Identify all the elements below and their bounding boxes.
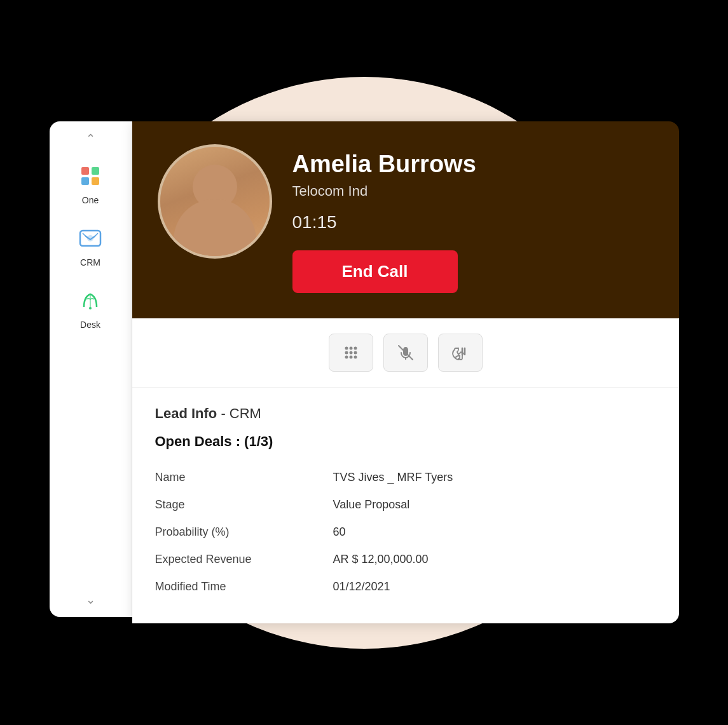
sidebar-item-one[interactable]: One (75, 161, 106, 205)
sidebar-chevron-down[interactable]: ⌄ (86, 593, 95, 607)
svg-point-15 (354, 355, 357, 358)
svg-point-9 (354, 346, 357, 349)
lead-info-table: NameTVS Jives _ MRF TyersStageValue Prop… (155, 464, 656, 600)
svg-point-5 (87, 235, 93, 241)
caller-company: Telocom Ind (292, 183, 476, 200)
sidebar-label-desk: Desk (80, 320, 100, 330)
svg-rect-3 (92, 177, 99, 185)
field-label: Expected Revenue (155, 546, 333, 573)
svg-point-11 (349, 351, 352, 354)
field-value: TVS Jives _ MRF Tyers (333, 464, 656, 491)
table-row: StageValue Proposal (155, 491, 656, 518)
call-header: Amelia Burrows Telocom Ind 01:15 End Cal… (132, 121, 679, 318)
svg-point-13 (345, 355, 348, 358)
field-value: 60 (333, 518, 656, 546)
table-row: NameTVS Jives _ MRF Tyers (155, 464, 656, 491)
caller-name: Amelia Burrows (292, 151, 476, 178)
main-panel: Amelia Burrows Telocom Ind 01:15 End Cal… (132, 121, 679, 623)
field-value: Value Proposal (333, 491, 656, 518)
svg-rect-0 (81, 167, 89, 175)
lead-info-title-bold: Lead Info (155, 405, 217, 421)
svg-point-8 (349, 346, 352, 349)
field-value: AR $ 12,00,000.00 (333, 546, 656, 573)
mute-button[interactable] (383, 334, 428, 372)
sidebar-chevron-up[interactable]: ⌃ (86, 132, 95, 146)
lead-info-section: Lead Info - CRM Open Deals : (1/3) NameT… (132, 388, 679, 623)
lead-info-title: Lead Info - CRM (155, 405, 656, 422)
sidebar: ⌃ One CRM (50, 121, 132, 617)
call-info: Amelia Burrows Telocom Ind 01:15 End Cal… (292, 144, 476, 293)
field-label: Name (155, 464, 333, 491)
field-label: Stage (155, 491, 333, 518)
svg-point-6 (89, 307, 92, 309)
sidebar-item-crm[interactable]: CRM (75, 223, 106, 268)
call-duration: 01:15 (292, 212, 476, 233)
sidebar-label-crm: CRM (80, 257, 100, 268)
crm-icon (75, 223, 106, 254)
avatar (158, 144, 272, 259)
svg-point-12 (354, 351, 357, 354)
hold-button[interactable] (438, 334, 483, 372)
sidebar-item-desk[interactable]: Desk (75, 285, 106, 330)
table-row: Expected RevenueAR $ 12,00,000.00 (155, 546, 656, 573)
field-label: Modified Time (155, 573, 333, 600)
svg-rect-2 (81, 177, 89, 185)
svg-rect-1 (92, 167, 99, 175)
app-layout: ⌃ One CRM (50, 121, 679, 623)
svg-point-7 (345, 346, 348, 349)
call-controls (132, 318, 679, 388)
svg-point-14 (349, 355, 352, 358)
svg-point-10 (345, 351, 348, 354)
sidebar-label-one: One (82, 195, 99, 205)
field-value: 01/12/2021 (333, 573, 656, 600)
table-row: Probability (%)60 (155, 518, 656, 546)
keypad-button[interactable] (329, 334, 373, 372)
table-row: Modified Time01/12/2021 (155, 573, 656, 600)
open-deals-label: Open Deals : (1/3) (155, 433, 656, 450)
end-call-button[interactable]: End Call (292, 250, 458, 293)
field-label: Probability (%) (155, 518, 333, 546)
cube-icon (75, 161, 106, 191)
desk-icon (75, 285, 106, 316)
lead-info-title-light: - CRM (217, 405, 261, 421)
